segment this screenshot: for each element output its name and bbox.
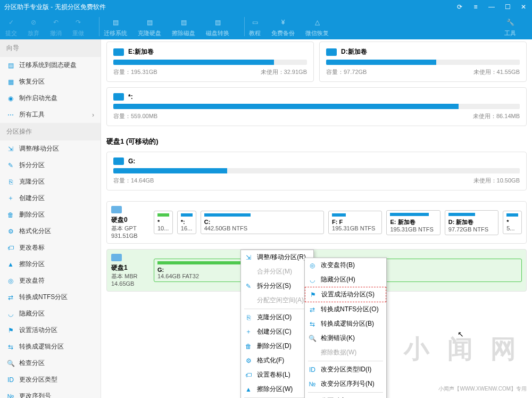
flag-icon: ⚑ [6,326,15,335]
maximize-icon[interactable]: ☐ [503,3,512,11]
submit-button[interactable]: ✓提交 [5,16,17,37]
trash-icon: 🗑 [6,211,15,219]
sidebar-item-format[interactable]: ⚙格式化分区 [0,223,101,239]
sidebar-item-ntfs[interactable]: ⇄转换成NTFS分区 [0,289,101,305]
refresh-icon[interactable]: ⟳ [455,3,464,11]
volume-icon [326,48,337,56]
ctx-create[interactable]: ＋创建分区(C) [241,325,313,339]
sidebar-item-letter[interactable]: ◎更改盘符 [0,272,101,289]
disk0-strip[interactable]: 硬盘0 基本 GPT 931.51GB *10... *:16... C:442… [106,201,527,244]
context-submenu-advanced: ◎改变盘符(B) ◡隐藏分区(H) ⚑设置成活动分区(S) ⇄转换成NTFS分区… [304,258,387,398]
sidebar-item-active[interactable]: ⚑设置活动分区 [0,322,101,338]
tools-button[interactable]: 🔧工具 [504,16,516,37]
watermark-sub: 小闻声【WWW.XWENW.COM】专用 [438,385,527,393]
content-area: E:新加卷 容量：195.31GB未使用：32.91GB D:新加卷 容量：97… [101,39,532,398]
clone-icon: ⎘ [6,178,15,186]
grid-icon: ▦ [6,78,15,86]
ctx-split[interactable]: ✎拆分分区(S) [241,279,313,293]
sidebar-item-delete[interactable]: 🗑删除分区 [0,206,101,223]
sidebar-item-wipe[interactable]: ▲擦除分区 [0,256,101,272]
logic-icon: ⇆ [308,320,317,328]
context-menu-main: ⇲调整/移动分区(R) 合并分区(M) ✎拆分分区(S) 分配空闲空间(A) ⎘… [240,250,314,398]
disk-icon: ▤ [6,61,15,70]
dots-icon: ⋯ [6,111,15,119]
yen-icon: ¥ [277,16,289,28]
sidebar-section-ops: 分区操作 [0,123,101,140]
ctx-hide[interactable]: ◡隐藏分区(H) [305,272,386,287]
sidebar-item-split[interactable]: ✎拆分分区 [0,157,101,173]
sidebar-item-alltools[interactable]: ⋯所有工具› [0,106,101,123]
ctx-serial[interactable]: №改变分区序列号(N) [305,377,386,391]
partition-box[interactable]: E: 新加卷195.31GB NTFS [386,210,440,235]
ctx-set-active[interactable]: ⚑设置成活动分区(S) [305,287,386,302]
discard-button[interactable]: ⊘放弃 [28,16,39,37]
ctx-resize[interactable]: ⇲调整/移动分区(R) [241,250,313,264]
sidebar-item-bootcd[interactable]: ◉制作启动光盘 [0,90,101,106]
sidebar-item-create[interactable]: ＋创建分区 [0,190,101,206]
ctx-clone[interactable]: ⎘克隆分区(O) [241,310,313,325]
split-icon: ✎ [244,282,253,291]
ctx-label[interactable]: 🏷设置卷标(L) [241,368,313,382]
convert-button[interactable]: ▤磁盘转换 [206,16,229,37]
disk-icon [111,206,122,213]
volume-g[interactable]: G: 容量：14.64GB未使用：10.50GB [106,152,527,190]
ctx-letter[interactable]: ◎改变盘符(B) [305,258,386,272]
sidebar-item-check[interactable]: 🔍检查分区 [0,355,101,371]
ctx-format[interactable]: ⚙格式化(F) [241,353,313,368]
plus-icon: ＋ [244,328,253,336]
ctx-delete[interactable]: 🗑删除分区(D) [241,339,313,353]
partition-box[interactable]: D: 新加卷97.72GB NTFS [445,210,498,235]
sidebar-item-migrate-ssd[interactable]: ▤迁移系统到固态硬盘 [0,57,101,73]
sidebar-item-typeid[interactable]: ID更改分区类型 [0,371,101,388]
disk-icon: ▤ [178,16,189,28]
migrate-button[interactable]: ▤迁移系统 [104,16,127,37]
tag-icon: 🏷 [244,371,253,379]
x-circle-icon: ⊘ [28,16,39,28]
sidebar-item-clone[interactable]: ⎘克隆分区 [0,173,101,190]
menu-icon[interactable]: ≡ [471,3,480,11]
letter-icon: ◎ [308,261,317,270]
volume-d[interactable]: D:新加卷 容量：97.72GB未使用：41.55GB [319,42,527,82]
wipe-button[interactable]: ▤擦除磁盘 [172,16,195,37]
minimize-icon[interactable]: — [487,3,496,11]
flag-icon: ⚑ [309,291,317,299]
wechat-button[interactable]: △微信恢复 [305,16,329,37]
format-icon: ⚙ [6,227,15,236]
redo-button[interactable]: ↷重做 [72,16,84,37]
sidebar-item-label[interactable]: 🏷更改卷标 [0,239,101,256]
sidebar-item-resize[interactable]: ⇲调整/移动分区 [0,140,101,157]
ctx-logic[interactable]: ⇆转换成逻辑分区(B) [305,317,386,331]
disk1-heading: 硬盘1 (可移动的) [106,137,527,146]
erase-icon: ▲ [244,385,253,394]
ctx-align[interactable]: ≡分区对齐(T) [305,394,386,398]
clone-button[interactable]: ▤克隆硬盘 [138,16,161,37]
sidebar-item-recover[interactable]: ▦恢复分区 [0,73,101,90]
backup-button[interactable]: ¥免费备份 [271,16,295,37]
undo-button[interactable]: ↶撤消 [50,16,62,37]
sidebar-item-hide[interactable]: ◡隐藏分区 [0,305,101,322]
volume-star[interactable]: *: 容量：559.00MB未使用：86.14MB [106,87,527,126]
volume-e[interactable]: E:新加卷 容量：195.31GB未使用：32.91GB [106,42,314,82]
search-icon: 🔍 [6,359,15,368]
id-icon: ID [308,366,317,374]
volume-icon [113,157,124,165]
trash-icon: 🗑 [244,342,253,351]
partition-box[interactable]: F: F195.31GB NTFS [328,211,382,234]
partition-box[interactable]: C:442.50GB NTFS [201,211,324,234]
ctx-ntfs[interactable]: ⇄转换成NTFS分区(O) [305,302,386,317]
chevron-right-icon: › [92,111,94,119]
ctx-check[interactable]: 🔍检测错误(K) [305,331,386,345]
partition-box[interactable]: *:16... [177,211,196,234]
sidebar-item-logic[interactable]: ⇆转换成逻辑分区 [0,338,101,355]
tutorial-button[interactable]: ▭教程 [249,16,261,37]
window-title: 分区助手专业版 - 无损分区免费软件 [4,3,455,12]
ctx-wipe[interactable]: ▲擦除分区(W) [241,382,313,396]
partition-box[interactable]: *5... [503,211,522,234]
ctx-typeid[interactable]: ID改变分区类型ID(I) [305,362,386,377]
close-icon[interactable]: ✕ [519,3,528,11]
check-icon: ✓ [5,16,17,28]
ctx-wipe2: 擦除数据(W) [305,345,386,360]
partition-box[interactable]: *10... [154,211,173,234]
sidebar-item-serial[interactable]: №更改序列号 [0,388,101,398]
search-icon: 🔍 [308,334,317,343]
